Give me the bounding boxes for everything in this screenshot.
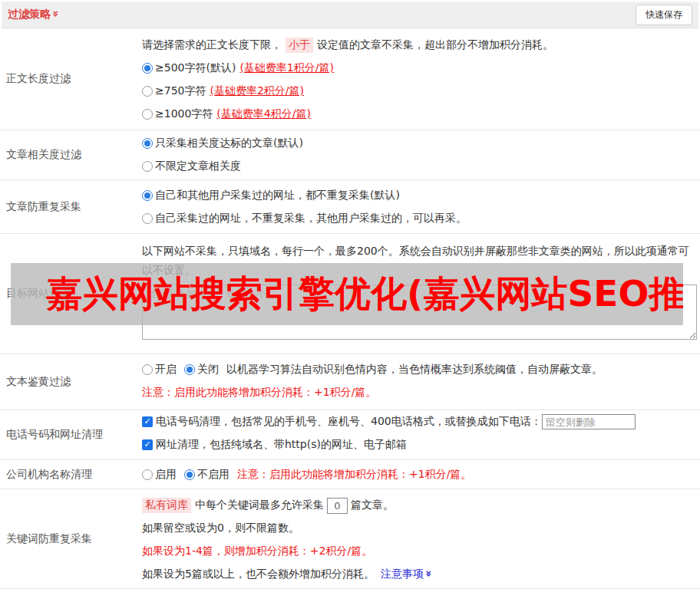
option-label: 网址清理，包括纯域名、带http(s)的网址、电子邮箱 bbox=[156, 438, 407, 452]
chevron-down-icon: » bbox=[422, 570, 434, 577]
porn-option-off[interactable]: 关闭 bbox=[184, 363, 219, 377]
porn-option-on[interactable]: 开启 bbox=[142, 363, 177, 377]
radio-icon[interactable] bbox=[142, 190, 153, 201]
section-title: 过滤策略 bbox=[8, 8, 51, 20]
phone-cleanup-option[interactable]: ✓ 电话号码清理，包括常见的手机号、座机号、400电话格式，或替换成如下电话： bbox=[142, 410, 697, 433]
option-label: 只采集相关度达标的文章(默认) bbox=[155, 137, 303, 150]
checkbox-icon[interactable]: ✓ bbox=[142, 439, 153, 450]
row-label: 正文长度过滤 bbox=[0, 28, 142, 130]
radio-icon[interactable] bbox=[184, 469, 195, 480]
notice-link[interactable]: 注意事项» bbox=[381, 568, 432, 581]
blocked-domains-textarea[interactable] bbox=[142, 285, 697, 340]
company-cost-note: 注意：启用此功能将增加积分消耗：+1积分/篇。 bbox=[237, 468, 471, 482]
keyword-limit-text: 中每个关键词最多允许采集 bbox=[195, 499, 324, 512]
quick-save-button[interactable]: 快速保存 bbox=[636, 5, 692, 25]
replace-phone-input[interactable] bbox=[542, 414, 636, 429]
option-label: 电话号码清理，包括常见的手机号、座机号、400电话格式，或替换成如下电话： bbox=[156, 415, 542, 429]
relevance-option-strict[interactable]: 只采集相关度达标的文章(默认) bbox=[142, 132, 697, 155]
row-label: 公司机构名称清理 bbox=[0, 460, 142, 489]
row-porn-filter: 文本鉴黄过滤 开启 关闭 以机器学习算法自动识别色情内容，当色情概率达到系统阈值… bbox=[0, 354, 700, 410]
row-relevance-filter: 文章相关度过滤 只采集相关度达标的文章(默认) 不限定文章相关度 bbox=[0, 130, 700, 180]
keyword-limit-suffix: 篇文章。 bbox=[351, 499, 394, 512]
keyword-limit-input[interactable] bbox=[327, 498, 348, 514]
radio-icon[interactable] bbox=[142, 161, 153, 172]
company-option-off[interactable]: 不启用 bbox=[184, 468, 229, 482]
option-label: 不启用 bbox=[197, 468, 229, 482]
option-label: 自己和其他用户采集过的网址，都不重复采集(默认) bbox=[155, 189, 400, 202]
row-company-name-cleanup: 公司机构名称清理 启用 不启用 注意：启用此功能将增加积分消耗：+1积分/篇。 bbox=[0, 460, 700, 489]
dedup-option-all[interactable]: 自己和其他用户采集过的网址，都不重复采集(默认) bbox=[142, 184, 697, 207]
chevron-down-icon: » bbox=[50, 10, 62, 17]
radio-icon[interactable] bbox=[142, 138, 153, 149]
notice-label: 注意事项 bbox=[381, 568, 424, 580]
keyword-note-cost: 如果设为1-4篇，则增加积分消耗：+2积分/篇。 bbox=[142, 540, 697, 563]
radio-icon[interactable] bbox=[142, 469, 153, 480]
radio-icon[interactable] bbox=[184, 364, 195, 375]
private-thesaurus-link[interactable]: 私有词库 bbox=[142, 498, 191, 513]
relevance-option-any[interactable]: 不限定文章相关度 bbox=[142, 155, 697, 178]
radio-icon[interactable] bbox=[142, 364, 153, 375]
row-target-site-filter: 目标网站过滤 以下网站不采集，只填域名，每行一个，最多200个。系统会自动识别并… bbox=[0, 234, 700, 354]
length-intro: 请选择需求的正文长度下限， 小于 设定值的文章不采集，超出部分不增加积分消耗。 bbox=[142, 34, 697, 57]
intro-text-2: 设定值的文章不采集，超出部分不增加积分消耗。 bbox=[317, 38, 553, 52]
option-label: 关闭 bbox=[197, 363, 219, 377]
length-option-500[interactable]: ≥500字符(默认) (基础费率1积分/篇) bbox=[142, 57, 697, 80]
target-filter-desc: 以下网站不采集，只填域名，每行一个，最多200个。系统会自动识别并屏蔽那些非文章… bbox=[142, 242, 697, 280]
length-option-750[interactable]: ≥750字符 (基础费率2积分/篇) bbox=[142, 80, 697, 103]
option-note: (基础费率1积分/篇) bbox=[239, 61, 334, 75]
option-label: ≥500字符(默认) bbox=[155, 61, 236, 75]
filter-strategy-header: 过滤策略» 快速保存 bbox=[2, 2, 698, 28]
intro-text: 请选择需求的正文长度下限， bbox=[142, 38, 282, 52]
intro-highlight: 小于 bbox=[286, 38, 313, 53]
keyword-note-five: 如果设为5篇或以上，也不会额外增加积分消耗。 bbox=[142, 568, 375, 581]
porn-cost-note: 注意：启用此功能将增加积分消耗：+1积分/篇。 bbox=[142, 381, 697, 404]
length-option-1000[interactable]: ≥1000字符 (基础费率4积分/篇) bbox=[142, 103, 697, 126]
row-label: 目标网站过滤 bbox=[0, 234, 142, 354]
option-label: ≥1000字符 bbox=[155, 107, 213, 121]
option-label: 不限定文章相关度 bbox=[155, 160, 241, 173]
radio-icon[interactable] bbox=[142, 63, 153, 74]
radio-icon[interactable] bbox=[142, 213, 153, 224]
radio-icon[interactable] bbox=[142, 109, 153, 120]
row-label: 文本鉴黄过滤 bbox=[0, 354, 142, 410]
row-label: 文章相关度过滤 bbox=[0, 130, 142, 179]
company-option-on[interactable]: 启用 bbox=[142, 468, 177, 482]
row-label: 文章防重复采集 bbox=[0, 180, 142, 233]
option-label: 自己采集过的网址，不重复采集，其他用户采集过的，可以再采。 bbox=[155, 212, 467, 225]
option-label: 开启 bbox=[155, 363, 177, 377]
url-cleanup-option[interactable]: ✓ 网址清理，包括纯域名、带http(s)的网址、电子邮箱 bbox=[142, 433, 697, 456]
row-body-length-filter: 正文长度过滤 请选择需求的正文长度下限， 小于 设定值的文章不采集，超出部分不增… bbox=[0, 28, 700, 130]
keyword-note-zero: 如果留空或设为0，则不限篇数。 bbox=[142, 517, 697, 540]
checkbox-icon[interactable]: ✓ bbox=[142, 416, 153, 427]
row-keyword-dedup: 关键词防重复采集 私有词库 中每个关键词最多允许采集 篇文章。 如果留空或设为0… bbox=[0, 489, 700, 589]
row-label: 电话号码和网址清理 bbox=[0, 410, 142, 459]
row-dedup-filter: 文章防重复采集 自己和其他用户采集过的网址，都不重复采集(默认) 自己采集过的网… bbox=[0, 180, 700, 234]
dedup-option-self[interactable]: 自己采集过的网址，不重复采集，其他用户采集过的，可以再采。 bbox=[142, 207, 697, 230]
row-phone-url-cleanup: 电话号码和网址清理 ✓ 电话号码清理，包括常见的手机号、座机号、400电话格式，… bbox=[0, 410, 700, 460]
option-label: 启用 bbox=[155, 468, 177, 482]
porn-desc: 以机器学习算法自动识别色情内容，当色情概率达到系统阈值，自动屏蔽文章。 bbox=[226, 363, 603, 377]
option-note: (基础费率2积分/篇) bbox=[210, 84, 304, 98]
option-label: ≥750字符 bbox=[155, 84, 206, 98]
row-label: 关键词防重复采集 bbox=[0, 489, 142, 588]
radio-icon[interactable] bbox=[142, 86, 153, 97]
filter-strategy-toggle[interactable]: 过滤策略» bbox=[8, 8, 59, 21]
option-note: (基础费率4积分/篇) bbox=[216, 107, 311, 121]
